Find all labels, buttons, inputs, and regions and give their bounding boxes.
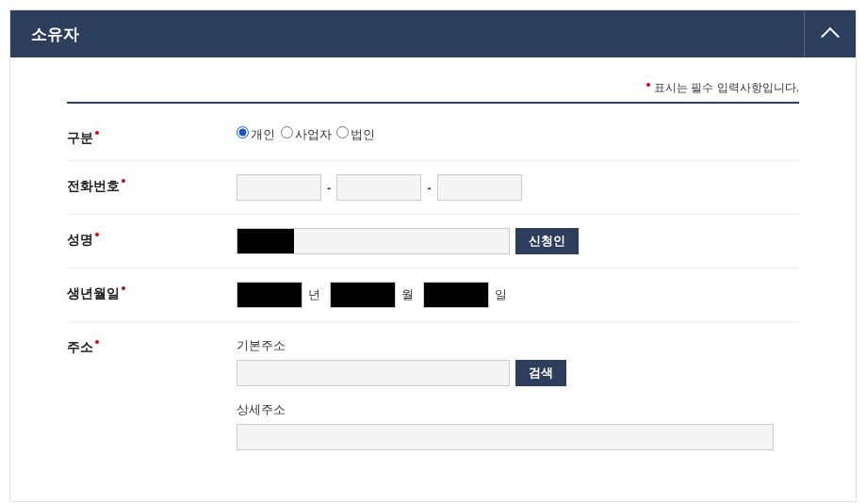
unit-year: 년 <box>308 286 320 303</box>
address-search-button[interactable]: 검색 <box>515 360 566 386</box>
unit-month: 월 <box>401 286 414 303</box>
required-dot-icon <box>646 83 650 87</box>
birth-day-input[interactable] <box>423 282 489 308</box>
collapse-toggle[interactable] <box>804 10 856 57</box>
detail-address-label: 상세주소 <box>237 401 799 418</box>
row-address: 주소 기본주소 검색 상세주소 <box>67 322 799 463</box>
label-birth: 생년월일 <box>67 282 237 302</box>
row-phone: 전화번호 - - <box>67 161 799 215</box>
required-dot-icon <box>95 131 99 135</box>
label-phone: 전화번호 <box>67 174 237 195</box>
phone-sep: - <box>327 181 331 195</box>
phone-part2-input[interactable] <box>336 174 421 201</box>
row-category: 구분 개인 사업자 법인 <box>67 113 799 161</box>
owner-panel: 소유자 표시는 필수 입력사항입니다. 구분 개인 사업자 법인 전화번호 <box>9 9 857 502</box>
phone-sep: - <box>427 181 431 195</box>
chevron-up-icon <box>821 27 840 46</box>
radio-individual[interactable]: 개인 <box>237 127 275 141</box>
phone-inputs: - - <box>237 174 799 201</box>
category-radio-group: 개인 사업자 법인 <box>237 126 799 143</box>
required-note-text: 표시는 필수 입력사항입니다. <box>654 81 799 94</box>
base-address-block: 기본주소 검색 <box>237 337 799 386</box>
phone-part3-input[interactable] <box>437 174 522 201</box>
address-inputs: 기본주소 검색 상세주소 <box>237 335 799 450</box>
required-dot-icon <box>95 340 99 344</box>
required-dot-icon <box>122 179 125 183</box>
phone-part1-input[interactable] <box>237 174 321 201</box>
label-name: 성명 <box>67 228 237 249</box>
birth-inputs: 년 월 일 <box>237 282 799 308</box>
row-name: 성명 신청인 <box>67 215 799 268</box>
required-dot-icon <box>122 286 125 290</box>
required-dot-icon <box>95 233 99 236</box>
applicant-button[interactable]: 신청인 <box>515 228 579 254</box>
radio-business[interactable]: 사업자 <box>281 127 332 141</box>
base-address-label: 기본주소 <box>237 337 799 354</box>
birth-year-input[interactable] <box>237 282 302 308</box>
detail-address-block: 상세주소 <box>237 401 799 450</box>
label-category: 구분 <box>67 126 237 147</box>
radio-corporation[interactable]: 법인 <box>336 127 375 141</box>
panel-header: 소유자 <box>10 10 856 57</box>
required-note: 표시는 필수 입력사항입니다. <box>67 80 799 102</box>
section-divider <box>67 102 799 104</box>
unit-day: 일 <box>495 286 507 303</box>
detail-address-input[interactable] <box>237 424 774 450</box>
redacted-block <box>237 229 294 253</box>
panel-title: 소유자 <box>10 24 79 45</box>
panel-body: 표시는 필수 입력사항입니다. 구분 개인 사업자 법인 전화번호 - - <box>10 57 856 501</box>
name-inputs: 신청인 <box>237 228 799 254</box>
row-birth: 생년월일 년 월 일 <box>67 268 799 322</box>
base-address-input[interactable] <box>237 360 510 386</box>
birth-month-input[interactable] <box>330 282 396 308</box>
label-address: 주소 <box>67 335 237 356</box>
